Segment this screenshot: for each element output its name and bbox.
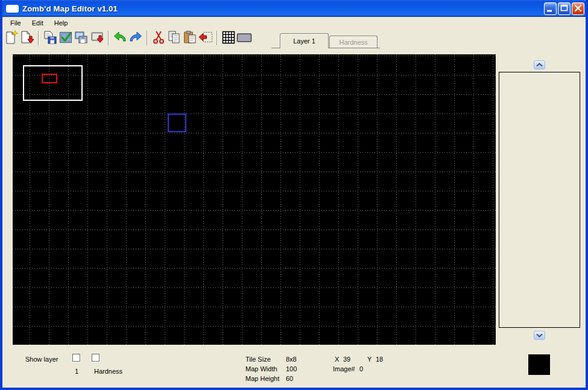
red-tile-marker (42, 74, 57, 83)
grid-icon (221, 30, 236, 46)
redo-icon (128, 30, 143, 46)
toolbar-separator (217, 31, 218, 45)
apply-check-icon (58, 30, 73, 46)
save-icon (43, 30, 57, 46)
tab-layer1[interactable]: Layer 1 (280, 33, 329, 48)
layer1-checkbox[interactable] (72, 354, 80, 362)
cursor-x-value: 39 (343, 356, 350, 363)
cut-button[interactable] (151, 30, 166, 46)
open-button[interactable] (20, 30, 35, 46)
minimize-icon (545, 2, 556, 16)
save-as-icon (74, 30, 89, 46)
blue-tile-cursor (168, 113, 186, 132)
minimize-button[interactable] (544, 2, 557, 15)
close-button[interactable] (572, 2, 584, 15)
chevron-down-icon (536, 331, 543, 340)
toolbar-separator (108, 31, 109, 45)
hardness-checkbox[interactable] (92, 354, 100, 362)
paste-button[interactable] (183, 30, 198, 46)
tiles-scroll-down-button[interactable] (534, 331, 545, 340)
export-icon (90, 30, 104, 46)
maximize-icon (558, 2, 570, 16)
tiles-scroll-up-button[interactable] (534, 60, 545, 69)
paste-selection-icon (198, 30, 213, 46)
save-button[interactable] (43, 30, 58, 46)
app-icon (6, 5, 19, 13)
map-width-label: Map Width (245, 365, 277, 372)
paste-icon (183, 30, 197, 46)
image-number-label: Image# (333, 365, 355, 372)
tab-hardness[interactable]: Hardness (329, 36, 378, 48)
toolbar-separator (38, 31, 39, 45)
save-as-button[interactable] (74, 30, 89, 46)
paste-selection-button[interactable] (198, 30, 213, 46)
apply-button[interactable] (58, 30, 74, 46)
app-window: Zomb'd Map Editor v1.01 File Edit Help (0, 0, 588, 390)
tab-hardness-label: Hardness (339, 39, 367, 46)
chevron-up-icon (536, 60, 543, 69)
grid-toggle-button[interactable] (221, 30, 236, 46)
cut-icon (151, 30, 166, 46)
map-height-value: 60 (286, 375, 293, 382)
redo-button[interactable] (128, 30, 144, 46)
map-width-value: 100 (286, 365, 297, 372)
menu-bar: File Edit Help (2, 17, 586, 28)
tab-layer1-label: Layer 1 (293, 37, 315, 45)
cursor-y-label: Y (367, 356, 371, 363)
window-title: Zomb'd Map Editor v1.01 (22, 4, 118, 13)
export-button[interactable] (90, 30, 105, 46)
grid-overlay (13, 54, 496, 345)
layer1-checkbox-label: 1 (75, 368, 78, 375)
hardness-checkbox-label: Hardness (94, 368, 122, 375)
close-icon (572, 2, 584, 16)
tile-icon (236, 30, 252, 46)
cursor-y-value: 18 (376, 356, 383, 363)
map-height-label: Map Height (245, 375, 279, 382)
map-canvas[interactable] (13, 54, 496, 345)
toolbar (4, 28, 252, 48)
image-number-value: 0 (359, 365, 363, 372)
undo-icon (113, 30, 127, 46)
selected-tile-swatch (528, 354, 550, 375)
menu-edit[interactable]: Edit (27, 18, 49, 28)
new-button[interactable] (4, 30, 19, 46)
copy-button[interactable] (167, 30, 182, 46)
tile-size-label: Tile Size (245, 356, 271, 363)
title-bar[interactable]: Zomb'd Map Editor v1.01 (0, 0, 588, 17)
menu-help[interactable]: Help (49, 18, 74, 28)
undo-button[interactable] (113, 30, 128, 46)
maximize-button[interactable] (558, 2, 571, 15)
new-icon (4, 30, 19, 46)
tile-size-value: 8x8 (286, 356, 297, 363)
open-icon (20, 30, 34, 46)
copy-icon (167, 30, 182, 46)
tile-palette-panel[interactable] (499, 72, 580, 328)
cursor-x-label: X (335, 356, 339, 363)
toolbar-separator (147, 31, 148, 45)
menu-file[interactable]: File (5, 18, 27, 28)
tile-view-button[interactable] (237, 30, 252, 46)
show-layer-label: Show layer (25, 356, 58, 363)
